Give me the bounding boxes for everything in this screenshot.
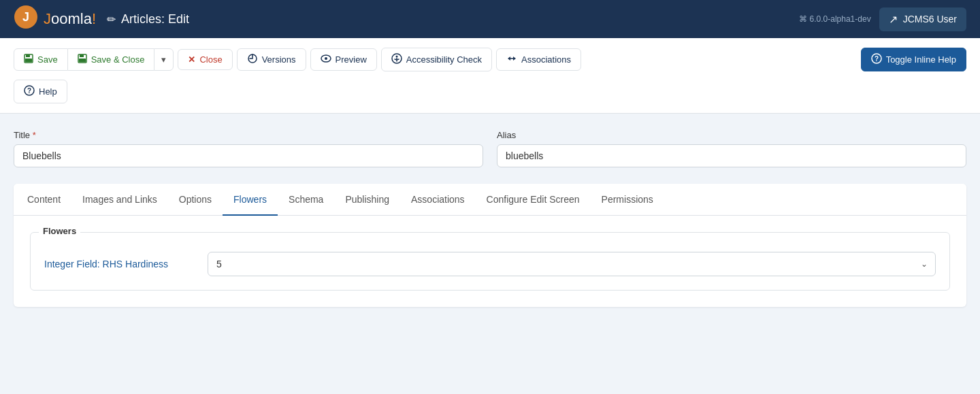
versions-label: Versions [262, 54, 296, 65]
user-menu-button[interactable]: ↗ JCMS6 User [879, 7, 966, 31]
app-header: J Joomla! ✏ Articles: Edit ⌘ 6.0.0-alpha… [0, 0, 980, 38]
external-link-icon: ↗ [889, 13, 898, 26]
preview-icon [321, 54, 331, 65]
required-indicator: * [33, 130, 36, 140]
dropdown-chevron-icon: ▾ [161, 54, 166, 65]
svg-rect-7 [79, 59, 86, 62]
alias-input[interactable] [497, 144, 966, 167]
close-icon: ✕ [188, 54, 195, 65]
pencil-icon: ✏ [107, 13, 116, 26]
svg-rect-6 [80, 54, 84, 57]
save-button-group: Save Save & Close ▾ [14, 48, 174, 71]
svg-text:J: J [22, 10, 29, 24]
alias-label: Alias [497, 130, 966, 140]
save-close-label: Save & Close [91, 54, 145, 65]
save-button[interactable]: Save [14, 48, 68, 71]
integer-field-label: Integer Field: RHS Hardiness [44, 259, 194, 269]
header-right: ⌘ 6.0.0-alpha1-dev ↗ JCMS6 User [799, 7, 966, 31]
title-input[interactable] [14, 144, 483, 167]
alias-field-group: Alias [497, 130, 966, 167]
svg-text:?: ? [875, 55, 879, 63]
version-text: ⌘ 6.0.0-alpha1-dev [799, 14, 870, 24]
save-close-icon [78, 54, 87, 65]
versions-button[interactable]: Versions [237, 48, 306, 71]
associations-button[interactable]: Associations [496, 48, 581, 71]
toolbar: Save Save & Close ▾ ✕ Close [0, 38, 980, 114]
save-icon [24, 54, 33, 65]
tab-publishing[interactable]: Publishing [334, 184, 400, 216]
help-button[interactable]: ? Help [14, 80, 67, 103]
tab-permissions[interactable]: Permissions [591, 184, 664, 216]
svg-rect-3 [26, 54, 30, 57]
hardiness-select[interactable]: 1 2 3 4 5 6 7 8 9 10 [208, 252, 936, 276]
svg-text:?: ? [27, 87, 31, 95]
title-field-group: Title * [14, 130, 483, 167]
save-label: Save [37, 54, 58, 65]
joomla-logo-icon: J [14, 5, 38, 34]
svg-point-10 [325, 57, 327, 60]
tabs-container: Content Images and Links Options Flowers… [14, 184, 966, 307]
logo: J Joomla! [14, 5, 96, 34]
page-title-text: Articles: Edit [121, 12, 189, 27]
page-title-header: ✏ Articles: Edit [107, 12, 189, 27]
tabs-nav: Content Images and Links Options Flowers… [14, 184, 966, 216]
form-row: Title * Alias [14, 130, 966, 167]
logo-exclaim: ! [92, 10, 96, 27]
title-label: Title * [14, 130, 483, 140]
versions-icon [247, 54, 258, 65]
close-label: Close [199, 54, 222, 65]
help-icon: ? [24, 85, 35, 98]
logo-text: Joomla! [44, 10, 96, 28]
associations-label: Associations [521, 54, 571, 65]
tab-flowers[interactable]: Flowers [223, 184, 278, 216]
accessibility-label: Accessibility Check [406, 54, 482, 65]
user-name-text: JCMS6 User [903, 14, 957, 24]
header-left: J Joomla! ✏ Articles: Edit [14, 5, 189, 34]
tab-configure-edit[interactable]: Configure Edit Screen [476, 184, 591, 216]
save-dropdown-button[interactable]: ▾ [154, 48, 174, 71]
tab-content-flowers: Flowers Integer Field: RHS Hardiness 1 2… [14, 216, 966, 307]
hardiness-field-row: Integer Field: RHS Hardiness 1 2 3 4 5 6… [44, 252, 936, 276]
accessibility-icon [391, 53, 402, 66]
help-label: Help [39, 86, 57, 97]
toggle-help-icon: ? [871, 53, 882, 66]
flowers-fieldset: Flowers Integer Field: RHS Hardiness 1 2… [30, 232, 950, 291]
close-button[interactable]: ✕ Close [178, 49, 232, 70]
logo-j: J [44, 10, 51, 27]
associations-icon [506, 54, 517, 65]
main-content: Title * Alias Content Images and Links O… [0, 114, 980, 394]
svg-rect-4 [25, 59, 32, 62]
toggle-help-label: Toggle Inline Help [886, 54, 956, 65]
tab-content[interactable]: Content [16, 184, 71, 216]
tab-images-links[interactable]: Images and Links [71, 184, 168, 216]
accessibility-button[interactable]: Accessibility Check [381, 48, 492, 71]
tab-options[interactable]: Options [168, 184, 223, 216]
preview-button[interactable]: Preview [310, 48, 377, 71]
svg-point-12 [395, 56, 397, 58]
fieldset-legend: Flowers [39, 226, 80, 236]
toolbar-second-row: ? Help [14, 80, 67, 103]
select-wrapper: 1 2 3 4 5 6 7 8 9 10 ⌄ [208, 252, 936, 276]
toggle-inline-help-button[interactable]: ? Toggle Inline Help [861, 48, 966, 71]
save-close-button[interactable]: Save & Close [68, 48, 154, 71]
preview-label: Preview [336, 54, 367, 65]
tab-associations[interactable]: Associations [400, 184, 476, 216]
tab-schema[interactable]: Schema [278, 184, 334, 216]
